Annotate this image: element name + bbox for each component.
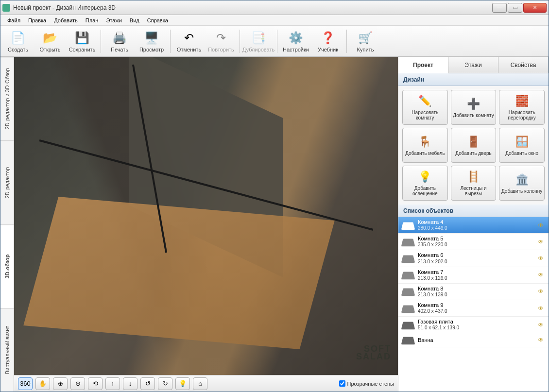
object-list[interactable]: Комната 4280.0 x 446.0👁Комната 5335.0 x …	[398, 217, 549, 392]
design-label: Добавить колонну	[501, 188, 542, 194]
3d-viewport[interactable]: SOFT SALAD	[14, 57, 398, 375]
design-icon: ➕	[466, 97, 480, 111]
visibility-eye-icon[interactable]: 👁	[538, 337, 545, 343]
room-edges	[14, 57, 398, 375]
menu-item-3[interactable]: План	[82, 16, 103, 25]
toolbar-save-button[interactable]: 💾Сохранить	[67, 27, 98, 55]
object-name: Комната 9	[418, 302, 534, 308]
separator	[101, 30, 101, 53]
toolbar-create-button[interactable]: 📄Создать	[2, 27, 34, 55]
toolbar-undo-button[interactable]: ↶Отменить	[173, 27, 205, 55]
design-label: Нарисовать перегородку	[500, 110, 543, 120]
object-name: Комната 5	[418, 236, 534, 242]
view-orbit-l-button[interactable]: ↺	[140, 377, 155, 390]
object-list-item[interactable]: Комната 5335.0 x 220.0👁	[398, 234, 549, 250]
design-button[interactable]: 🚪Добавить дверь	[451, 128, 497, 163]
visibility-eye-icon[interactable]: 👁	[538, 222, 545, 229]
view-down-button[interactable]: ↓	[123, 377, 137, 390]
visibility-eye-icon[interactable]: 👁	[538, 239, 545, 245]
view-light-button[interactable]: 💡	[175, 377, 190, 390]
left-tab[interactable]: 2D-редактор и 3D-Обзор	[0, 57, 14, 140]
design-button[interactable]: 🏛️Добавить колонну	[499, 166, 545, 201]
preview-icon: 🖥️	[144, 30, 159, 46]
undo-icon: ↶	[181, 30, 197, 46]
object-list-item[interactable]: Комната 6213.0 x 202.0👁	[398, 250, 549, 267]
view-zoom-out-button[interactable]: ⊖	[70, 377, 85, 390]
menu-item-1[interactable]: Правка	[24, 16, 50, 25]
object-list-item[interactable]: Ванна👁	[398, 333, 549, 347]
toolbar-label: Настройки	[283, 47, 309, 52]
toolbar-settings-button[interactable]: ⚙️Настройки	[280, 27, 311, 55]
toolbar-open-button[interactable]: 📂Открыть	[34, 27, 66, 55]
viewport-toolbar: 360✋⊕⊖⟲↑↓↺↻💡⌂Прозрачные стены	[14, 375, 398, 392]
left-tab[interactable]: 2D-редактор	[0, 140, 14, 224]
object-list-item[interactable]: Комната 4280.0 x 446.0👁	[398, 217, 549, 234]
design-label: Лестницы и вырезы	[452, 186, 495, 196]
view-orbit-r-button[interactable]: ↻	[158, 377, 172, 390]
toolbar-preview-button[interactable]: 🖥️Просмотр	[136, 27, 167, 55]
view-home-button[interactable]: ⌂	[193, 377, 207, 390]
object-size: 213.0 x 126.0	[418, 275, 534, 281]
toolbar-label: Создать	[8, 47, 28, 52]
left-tab-strip: 2D-редактор и 3D-Обзор2D-редактор3D-обзо…	[0, 57, 14, 392]
menu-item-2[interactable]: Добавить	[50, 16, 82, 25]
menu-item-5[interactable]: Вид	[126, 16, 143, 25]
toolbar-label: Отменить	[177, 47, 201, 52]
object-list-item[interactable]: Комната 9402.0 x 437.0👁	[398, 300, 549, 317]
view-up-button[interactable]: ↑	[105, 377, 120, 390]
view-zoom-in-button[interactable]: ⊕	[53, 377, 68, 390]
transparent-walls-checkbox[interactable]: Прозрачные стены	[339, 380, 394, 387]
maximize-button[interactable]: ▭	[508, 3, 522, 13]
left-tab[interactable]: Виртуальный визит	[0, 308, 14, 392]
design-icon: 🚪	[466, 135, 480, 149]
toolbar-tutorial-button[interactable]: ❓Учебник	[312, 27, 343, 55]
main-area: 2D-редактор и 3D-Обзор2D-редактор3D-обзо…	[0, 57, 549, 392]
objects-section-header: Список объектов	[398, 205, 549, 217]
design-button[interactable]: 💡Добавить освещение	[402, 166, 448, 201]
design-button[interactable]: 🪜Лестницы и вырезы	[451, 166, 497, 201]
visibility-eye-icon[interactable]: 👁	[538, 305, 545, 312]
transparent-walls-input[interactable]	[339, 380, 345, 387]
left-tab[interactable]: 3D-обзор	[0, 224, 14, 308]
design-button[interactable]: 🧱Нарисовать перегородку	[499, 90, 545, 125]
menu-item-0[interactable]: Файл	[3, 16, 24, 25]
room-icon	[401, 305, 415, 313]
object-name: Газовая плита	[418, 319, 534, 325]
redo-icon: ↷	[213, 30, 229, 46]
visibility-eye-icon[interactable]: 👁	[538, 272, 545, 278]
right-tab[interactable]: Проект	[398, 57, 448, 73]
toolbar-print-button[interactable]: 🖨️Печать	[104, 27, 135, 55]
create-icon: 📄	[10, 30, 26, 46]
design-label: Добавить комнату	[453, 113, 494, 118]
view-pan-button[interactable]: ✋	[35, 377, 50, 390]
minimize-button[interactable]: —	[492, 3, 507, 13]
design-button[interactable]: ✏️Нарисовать комнату	[402, 90, 448, 125]
object-name: Комната 8	[418, 286, 534, 292]
menu-item-4[interactable]: Этажи	[102, 16, 125, 25]
design-label: Добавить окно	[505, 151, 538, 156]
toolbar-label: Купить	[357, 47, 374, 52]
visibility-eye-icon[interactable]: 👁	[538, 288, 545, 295]
design-button[interactable]: 🪟Добавить окно	[499, 128, 545, 163]
design-icon: 🪜	[466, 170, 480, 184]
right-tab[interactable]: Этажи	[448, 57, 498, 73]
right-tab-strip: ПроектЭтажиСвойства	[398, 57, 549, 73]
toolbar-buy-button[interactable]: 🛒Купить	[350, 27, 381, 55]
right-tab[interactable]: Свойства	[498, 57, 549, 73]
design-tools-grid: ✏️Нарисовать комнату➕Добавить комнату🧱На…	[398, 86, 549, 205]
window-title: Новый проект - Дизайн Интерьера 3D	[13, 4, 492, 11]
visibility-eye-icon[interactable]: 👁	[538, 255, 545, 262]
close-button[interactable]: ✕	[523, 3, 547, 13]
design-button[interactable]: 🪑Добавить мебель	[402, 128, 448, 163]
object-list-item[interactable]: Комната 8213.0 x 139.0👁	[398, 284, 549, 300]
titlebar: Новый проект - Дизайн Интерьера 3D — ▭ ✕	[0, 0, 549, 15]
print-icon: 🖨️	[112, 30, 127, 46]
object-list-item[interactable]: Газовая плита51.0 x 62.1 x 139.0👁	[398, 317, 549, 333]
design-button[interactable]: ➕Добавить комнату	[451, 90, 497, 125]
visibility-eye-icon[interactable]: 👁	[538, 322, 545, 328]
toolbar-label: Просмотр	[139, 47, 164, 52]
view-rot-reset-button[interactable]: ⟲	[88, 377, 103, 390]
menu-item-6[interactable]: Справка	[143, 16, 172, 25]
view-360-button[interactable]: 360	[18, 377, 33, 390]
object-list-item[interactable]: Комната 7213.0 x 126.0👁	[398, 267, 549, 284]
